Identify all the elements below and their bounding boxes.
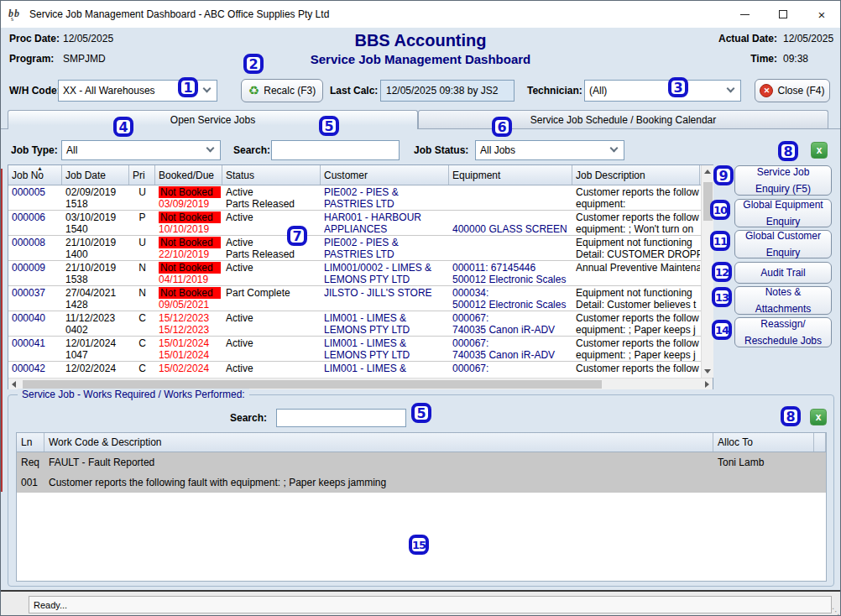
job-description-cell: Customer reports the followequipment: ; …	[572, 211, 700, 235]
excel-export-button[interactable]: x	[811, 142, 828, 159]
job-row[interactable]: 00000502/09/20191518UNot Booked03/09/201…	[8, 185, 701, 211]
close-window-button[interactable]: ×	[802, 1, 841, 28]
last-calc-label: Last Calc:	[330, 85, 378, 97]
job-type-dropdown[interactable]: All	[61, 140, 221, 160]
maximize-button[interactable]	[764, 1, 802, 28]
job-row[interactable]: 00004112/01/20241047C15/01/202415/01/202…	[8, 337, 701, 362]
works-excel-export-button[interactable]: x	[810, 409, 827, 425]
column-header-job-date[interactable]: Job Date	[62, 165, 129, 185]
cell-line: Customer reports the follow	[576, 211, 700, 223]
work-row[interactable]: ReqFAULT - Fault ReportedToni Lamb	[17, 452, 826, 472]
cell-line: HAR001 - HARBOUR	[324, 211, 449, 223]
minimize-button[interactable]	[725, 1, 764, 28]
button-label: Reassign/	[760, 318, 805, 331]
column-header-job-description[interactable]: Job Description	[572, 165, 700, 185]
column-header-pri[interactable]: Pri	[129, 165, 155, 185]
job-status-dropdown[interactable]: All Jobs	[475, 140, 624, 160]
job-row[interactable]: 00003727/04/20211428NNot Booked09/05/202…	[8, 286, 701, 311]
search-input[interactable]	[271, 140, 400, 160]
job-row[interactable]: 00000821/10/20191400UNot Booked22/10/201…	[8, 236, 701, 261]
reassign-reschedule-jobs-button[interactable]: Reassign/Reschedule Jobs	[734, 317, 832, 347]
scroll-up-icon[interactable]	[704, 170, 711, 174]
due-date: 10/10/2019	[159, 223, 209, 235]
cell-line: 500012 Electronic Scales	[452, 274, 572, 285]
cell-line: 21/10/2019	[65, 262, 129, 274]
work-description-cell: Customer reports the following fault wit…	[44, 472, 713, 493]
column-header-status[interactable]: Status	[222, 165, 321, 185]
callout-1: 1	[178, 77, 198, 97]
horizontal-scroll-thumb[interactable]	[23, 380, 602, 389]
global-equipment-enquiry-button[interactable]: Global EquipmentEnquiry	[734, 199, 832, 227]
close-button[interactable]: ✕ Close (F4)	[755, 79, 830, 102]
callout-13: 13	[712, 287, 732, 307]
job-date-cell: 03/10/20191540	[62, 211, 129, 235]
cell-line	[452, 237, 572, 248]
cell-line: 1540	[65, 223, 129, 235]
column-header-work-code-description[interactable]: Work Code & Description	[44, 433, 713, 452]
work-row[interactable]: 001Customer reports the following fault …	[17, 472, 826, 493]
tab-service-job-schedule[interactable]: Service Job Schedule / Booking Calendar	[418, 110, 828, 128]
customer-cell: LIM001/0002 - LIMES &LEMONS PTY LTD	[321, 261, 449, 285]
button-label: Enquiry (F5)	[755, 183, 811, 196]
due-date: 15/12/2023	[159, 324, 209, 336]
cell-line: LIM001 - LIMES &	[324, 363, 449, 374]
not-booked-flag: Not Booked	[159, 287, 221, 299]
job-description-cell: Customer reports the followequipment: ; …	[572, 337, 700, 361]
works-search-input[interactable]	[276, 409, 406, 427]
cell-line: Equipment not functioning	[576, 287, 700, 299]
button-label: Audit Trail	[760, 267, 805, 279]
due-line: 15/01/2024	[159, 349, 222, 361]
chevron-down-icon	[727, 85, 735, 93]
column-header-alloc-to[interactable]: Alloc To	[713, 433, 814, 452]
column-header-label: Job Date	[65, 170, 106, 181]
cell-line: Active	[226, 211, 321, 223]
job-row[interactable]: 00000921/10/20191538NNot Booked04/11/201…	[8, 261, 701, 286]
proc-date-label: Proc Date:	[9, 33, 60, 44]
cell-line: 000037	[12, 287, 62, 299]
button-label: Global Equipment	[743, 199, 823, 211]
priority-cell: N	[129, 286, 155, 311]
resize-grip-icon[interactable]: ⋱	[832, 607, 840, 616]
cell-line: 000034:	[452, 287, 572, 299]
tab-open-service-jobs[interactable]: Open Service Jobs	[8, 110, 418, 129]
app-title: BBS Accounting	[253, 31, 588, 50]
cell-line: 1518	[65, 198, 129, 210]
cell-line: 1047	[65, 349, 129, 361]
service-job-enquiry-button[interactable]: Service JobEnquiry (F5)	[734, 165, 832, 196]
job-row[interactable]: 00000603/10/20191540PNot Booked10/10/201…	[8, 211, 701, 236]
callout-9: 9	[713, 165, 734, 185]
cell-line: Customer reports the follow	[576, 337, 700, 349]
job-date-cell: 12/02/2024	[62, 362, 129, 378]
svg-text:b: b	[14, 8, 19, 19]
title-bar: b b s Service Job Management Dashboard -…	[1, 1, 840, 28]
job-row[interactable]: 00004212/02/2024 C15/02/2024 Active LIM0…	[8, 362, 701, 378]
horizontal-scrollbar[interactable]	[8, 378, 713, 389]
callout-11: 11	[710, 231, 730, 251]
button-label: Reschedule Jobs	[744, 335, 822, 347]
cell-line: 000006	[12, 211, 62, 223]
status-cell: ActiveParts Released	[222, 185, 321, 210]
cell-line: 740035 Canon iR-ADV	[452, 324, 572, 336]
global-customer-enquiry-button[interactable]: Global CustomerEnquiry	[734, 230, 832, 258]
scroll-left-icon[interactable]	[12, 381, 16, 388]
notes-attachments-button[interactable]: Notes &Attachments	[734, 286, 832, 315]
column-header-customer[interactable]: Customer	[321, 165, 449, 185]
column-header-booked-due[interactable]: Booked/Due	[155, 165, 222, 185]
scroll-down-icon[interactable]	[704, 369, 711, 373]
recalc-button[interactable]: ♻ Recalc (F3)	[241, 79, 323, 102]
column-header-ln[interactable]: Ln	[17, 433, 44, 452]
app-icon: b b s	[8, 7, 24, 22]
job-description-cell: Equipment not functioningDetail: CUSTOME…	[572, 236, 700, 260]
scroll-right-icon[interactable]	[705, 381, 709, 388]
button-label: Notes &	[765, 286, 802, 299]
audit-trail-button[interactable]: Audit Trail	[734, 262, 832, 284]
job-date-cell: 27/04/20211428	[62, 286, 129, 311]
job-no-cell: 000005	[8, 185, 62, 210]
job-row[interactable]: 00004011/12/20230402C15/12/202315/12/202…	[8, 311, 701, 337]
job-no-cell: 000041	[8, 337, 62, 361]
callout-7: 7	[287, 226, 307, 246]
technician-dropdown[interactable]: (All)	[584, 80, 741, 102]
column-header-label: Pri	[133, 170, 145, 181]
column-header-job-no[interactable]: Job No▲	[8, 165, 62, 185]
column-header-equipment[interactable]: Equipment	[449, 165, 572, 185]
